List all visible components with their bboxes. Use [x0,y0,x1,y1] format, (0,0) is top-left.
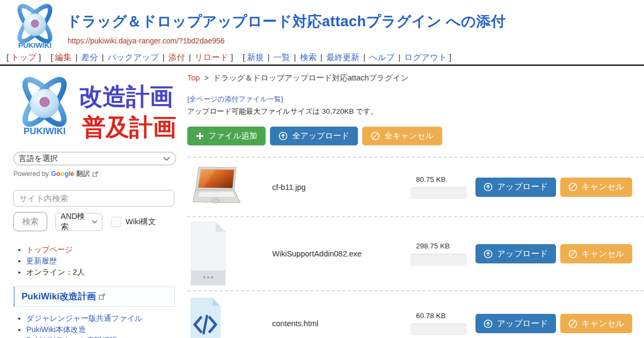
bracket: [ [6,53,9,62]
sidebar-section-header: PukiWiki改造計画 [13,286,175,307]
sidebar-link-common-files[interactable]: ダジャレンジャー版共通ファイル [26,314,142,322]
sidebar-link-history[interactable]: 更新履歴 [26,256,57,265]
laptop-photo-thumbnail [190,163,244,211]
svg-text:PUKIWIKI: PUKIWIKI [18,41,52,49]
breadcrumb-home-link[interactable]: Top [187,74,200,82]
sidebar-link-toppage[interactable]: トップページ [26,245,73,254]
file-row: WikiSupportAddin082.exe 298.75 KB アップロード [187,217,644,291]
cancel-file-button[interactable]: キャンセル [560,178,632,197]
breadcrumb-separator: > [204,74,208,82]
cancel-file-button[interactable]: キャンセル [560,244,632,263]
pukiwiki-logo[interactable]: PUKIWIKI [11,3,59,54]
list-item: 更新履歴 [26,256,179,266]
all-pages-attach-list-link[interactable]: [全ページの添付ファイル一覧] [187,95,283,103]
pipe: | [76,53,78,62]
sidebar-section-link[interactable]: PukiWiki改造計画 [21,290,96,303]
site-search-input[interactable] [13,190,174,207]
file-size: 298.75 KB [411,242,472,250]
sidebar-link-text-ext[interactable]: PukiWikiテキスト表現拡張 [26,336,117,338]
ban-icon [371,131,380,141]
bracket: [ [50,53,53,62]
nav-link-backup[interactable]: バックアップ [108,53,159,62]
upload-label: アップロード [497,248,548,260]
nav-link-help[interactable]: ヘルプ [369,53,395,62]
nav-link-diff[interactable]: 差分 [82,53,98,62]
pipe: | [363,53,365,62]
cancel-label: キャンセル [582,248,624,260]
translate-link[interactable]: 翻訳 [76,169,90,179]
nav-link-list[interactable]: 一覧 [274,53,290,62]
chevron-down-icon [92,220,98,224]
breadcrumb-current-page: ドラッグ＆ドロップアップロード対応attachプラグイン [213,74,409,82]
powered-by-google: Powered by Google 翻訳 [13,169,179,179]
html-file-icon [190,297,221,338]
upload-progress-bar [411,187,466,199]
upload-label: アップロード [497,318,548,329]
upload-file-button[interactable]: アップロード [475,178,556,197]
pipe: | [189,53,191,62]
sidebar-banner-link[interactable]: PUKIWIKI 改造計画 普及計画 [13,75,179,145]
generic-file-icon [190,221,226,286]
cancel-all-button[interactable]: 全キャンセル [362,127,442,145]
cancel-file-button[interactable]: キャンセル [560,314,632,333]
list-item: PukiWiki本体改造 [26,325,179,335]
nav-link-top[interactable]: トップ [11,53,36,62]
nav-link-reload[interactable]: リロード [195,53,229,62]
upload-progress-bar [411,254,466,266]
ban-icon [568,182,577,192]
add-files-button[interactable]: ファイル追加 [187,127,266,145]
pukiwiki-attach-page: PUKIWIKI ドラッグ＆ドロップアップロード対応attachプラグイン への… [0,0,644,338]
page-header: PUKIWIKI ドラッグ＆ドロップアップロード対応attachプラグイン への… [0,0,644,67]
wiki-syntax-checkbox[interactable] [111,217,121,227]
search-button[interactable]: 検索 [13,212,47,231]
breadcrumb: Top>ドラッグ＆ドロップアップロード対応attachプラグイン [187,73,644,83]
cancel-label: キャンセル [582,318,624,329]
upload-toolbar: ファイル追加 全アップロード 全キャンセル [187,127,644,145]
max-upload-size-text: アップロード可能最大ファイルサイズは 30,720KB です。 [187,107,644,116]
online-count: オンライン：2人 [26,267,179,277]
upload-all-label: 全アップロード [292,131,349,141]
nav-link-logout[interactable]: ログアウト [404,53,447,62]
sidebar: PUKIWIKI 改造計画 普及計画 言語を選択 Powered by Goog… [0,67,186,338]
pipe: | [294,53,296,62]
sidebar-quick-links: トップページ 更新履歴 オンライン：2人 [13,245,179,277]
bracket: [ [243,53,245,62]
attach-file-list-row: [全ページの添付ファイル一覧] [187,94,644,104]
upload-label: アップロード [497,181,548,193]
list-item: トップページ [26,245,179,255]
add-files-label: ファイル追加 [208,131,257,141]
upload-circle-icon [279,131,288,141]
file-name: contents.html [272,319,411,328]
upload-file-button[interactable]: アップロード [475,244,556,263]
language-select[interactable]: 言語を選択 [13,152,176,165]
sidebar-plugin-links: ダジャレンジャー版共通ファイル PukiWiki本体改造 PukiWikiテキス… [13,313,179,338]
upload-all-button[interactable]: 全アップロード [270,127,358,145]
file-size: 60.78 KB [411,312,472,320]
svg-text:PUKIWIKI: PUKIWIKI [24,126,65,136]
nav-link-search[interactable]: 検索 [300,53,317,62]
atom-logo-icon: PUKIWIKI [11,3,59,52]
file-size: 80.75 KB [411,175,472,183]
nav-link-attach[interactable]: 添付 [169,53,185,62]
page-title: ドラッグ＆ドロップアップロード対応attachプラグイン への添付 [67,12,506,31]
file-name: cf-b11.jpg [272,183,411,192]
sidebar-link-core-mods[interactable]: PukiWiki本体改造 [26,325,86,334]
file-name: WikiSupportAddin082.exe [272,249,411,258]
nav-link-new[interactable]: 新規 [247,53,264,62]
bracket: ] [231,53,233,62]
list-item: PukiWikiテキスト表現拡張 [26,335,179,338]
search-mode-select[interactable]: AND検索 [55,213,103,231]
header-divider [0,64,644,66]
pipe: | [102,53,104,62]
powered-by-label: Powered by [13,170,49,178]
external-link-icon [99,293,105,300]
main-content: Top>ドラッグ＆ドロップアップロード対応attachプラグイン [全ページの添… [186,67,644,338]
page-url: https://pukiwiki.dajya-ranger.com/?1bd2d… [68,36,225,45]
upload-file-button[interactable]: アップロード [475,314,556,333]
upload-circle-icon [484,319,493,328]
nav-link-edit[interactable]: 編集 [55,53,72,62]
chevron-down-icon [163,157,170,161]
nav-link-recent[interactable]: 最終更新 [326,53,360,62]
language-select-value: 言語を選択 [19,153,58,164]
upload-circle-icon [484,182,493,192]
